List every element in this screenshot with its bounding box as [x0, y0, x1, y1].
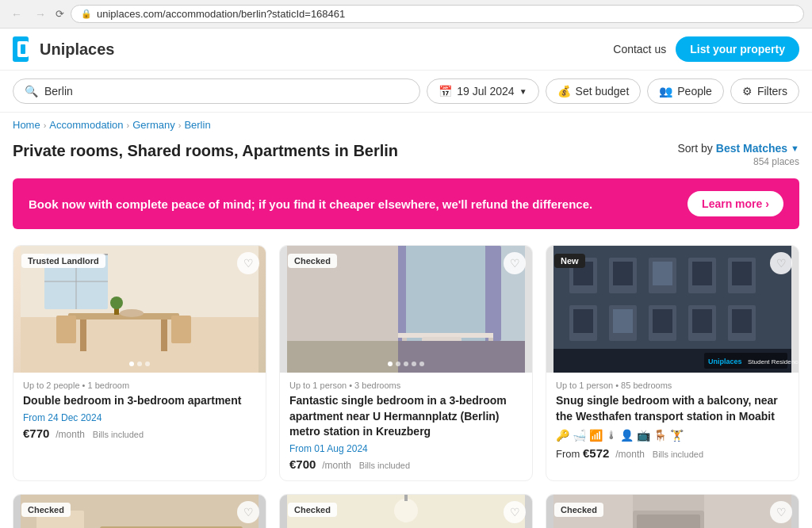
svg-rect-39	[692, 262, 712, 285]
chevron-down-icon: ▼	[519, 87, 527, 96]
people-filter-button[interactable]: 👥 People	[647, 78, 724, 104]
listing-card-5[interactable]: Checked ♡	[279, 494, 533, 528]
site-header: Uniplaces Contact us List your property	[0, 29, 812, 71]
card-badge-6: Checked	[554, 503, 603, 517]
dot-3	[145, 362, 150, 366]
learn-more-button[interactable]: Learn more ›	[688, 191, 783, 216]
learn-more-label: Learn more	[702, 197, 762, 210]
card-date-1: From 24 Dec 2024	[23, 412, 256, 423]
card-image-3: Uniplaces Student Residences New ♡	[546, 246, 799, 373]
browser-chrome: ← → ⟳ 🔒 uniplaces.com/accommodation/berl…	[0, 0, 812, 29]
search-input[interactable]	[44, 85, 408, 98]
breadcrumb-accommodation[interactable]: Accommodation	[49, 119, 123, 131]
svg-rect-73	[637, 515, 700, 528]
listing-card-1[interactable]: Trusted Landlord ♡ Up to 2 people • 1 be…	[13, 245, 266, 481]
amenity-tv-icon: 📺	[637, 429, 650, 442]
listing-card-3[interactable]: Uniplaces Student Residences New ♡ Up to…	[546, 245, 799, 481]
card-image-5: Checked ♡	[280, 495, 532, 528]
card-title-2: Fantastic single bedroom in a 3-bedroom …	[289, 393, 523, 440]
logo-area: Uniplaces	[13, 36, 114, 62]
card-date-2: From 01 Aug 2024	[289, 443, 523, 454]
svg-rect-13	[171, 316, 191, 343]
breadcrumb-sep-2: ›	[127, 121, 130, 130]
listing-card-4[interactable]: Checked ♡	[13, 494, 266, 528]
sort-count: 854 places	[753, 156, 799, 167]
card-badge-1: Trusted Landlord	[21, 254, 105, 268]
card-badge-3: New	[554, 254, 585, 268]
svg-point-68	[394, 499, 418, 522]
card-price-value-3: €572	[583, 446, 609, 460]
date-filter-button[interactable]: 📅 19 Jul 2024 ▼	[427, 78, 538, 104]
learn-more-arrow-icon: ›	[765, 197, 769, 210]
card-meta-2: Up to 1 person • 3 bedrooms	[289, 381, 523, 390]
budget-label: Set budget	[576, 85, 630, 98]
dot2-1	[388, 362, 393, 366]
card-price-1: €770 /month Bills included	[23, 427, 256, 440]
amenity-person-icon: 👤	[620, 429, 634, 442]
amenity-key-icon: 🔑	[556, 429, 569, 442]
card-price-value-2: €700	[289, 457, 316, 471]
contact-link[interactable]: Contact us	[613, 43, 666, 55]
card-bills-2: Bills included	[359, 461, 410, 470]
amenity-wifi-icon: 📶	[589, 429, 603, 442]
sort-label[interactable]: Sort by Best Matches ▼	[677, 142, 799, 155]
card-badge-4: Checked	[21, 503, 71, 517]
card-title-3: Snug single bedroom with a balcony, near…	[556, 393, 789, 424]
header-right: Contact us List your property	[613, 36, 799, 62]
amenity-gym-icon: 🏋	[670, 429, 684, 442]
amenity-chair-icon: 🪑	[653, 429, 667, 442]
url-bar: 🔒 uniplaces.com/accommodation/berlin?sta…	[71, 5, 804, 23]
breadcrumb-home[interactable]: Home	[13, 119, 40, 131]
favorite-button-6[interactable]: ♡	[770, 501, 792, 523]
card-price-3: From €572 /month Bills included	[556, 446, 789, 460]
svg-rect-11	[161, 319, 167, 351]
search-bar: 🔍 📅 19 Jul 2024 ▼ 💰 Set budget 👥 People …	[0, 71, 812, 113]
card-price-2: €700 /month Bills included	[289, 457, 523, 471]
breadcrumb-berlin[interactable]: Berlin	[184, 119, 210, 131]
listings-grid: Trusted Landlord ♡ Up to 2 people • 1 be…	[0, 237, 812, 528]
svg-rect-43	[573, 309, 593, 333]
card-badge-2: Checked	[288, 254, 337, 268]
card-price-unit-2: /month	[322, 460, 351, 471]
refresh-button[interactable]: ⟳	[56, 8, 64, 20]
card-bills-3: Bills included	[653, 450, 703, 459]
people-icon: 👥	[659, 85, 672, 98]
filters-button[interactable]: ⚙ Filters	[730, 78, 799, 104]
search-icon: 🔍	[25, 85, 38, 98]
budget-icon: 💰	[557, 85, 571, 98]
promo-banner: Book now with complete peace of mind; if…	[13, 178, 799, 229]
listing-card-6[interactable]: Checked ♡	[546, 494, 799, 528]
dot-2	[137, 362, 142, 366]
dot2-4	[412, 362, 416, 366]
svg-rect-41	[732, 262, 752, 285]
back-button[interactable]: ←	[8, 6, 25, 22]
svg-point-15	[110, 297, 123, 309]
page-title: Private rooms, Shared rooms, Apartments …	[13, 142, 398, 160]
dot-1	[129, 362, 134, 366]
favorite-button-4[interactable]: ♡	[237, 501, 259, 523]
svg-rect-12	[56, 316, 76, 343]
svg-rect-51	[732, 309, 752, 333]
promo-text: Book now with complete peace of mind; if…	[29, 197, 592, 211]
dot2-2	[396, 362, 400, 366]
filters-label: Filters	[757, 85, 787, 98]
svg-rect-69	[404, 495, 408, 501]
list-property-button[interactable]: List your property	[676, 36, 799, 62]
people-label: People	[677, 85, 712, 98]
dot2-5	[419, 362, 424, 366]
card-image-6: Checked ♡	[546, 495, 799, 528]
forward-button[interactable]: →	[32, 6, 49, 22]
card-meta-1: Up to 2 people • 1 bedroom	[23, 381, 256, 390]
svg-rect-49	[692, 309, 712, 333]
favorite-button-5[interactable]: ♡	[504, 501, 526, 523]
favorite-button-1[interactable]: ♡	[237, 252, 259, 274]
svg-rect-22	[485, 246, 501, 341]
listing-card-2[interactable]: Checked ♡ Up to 1 person • 3 bedrooms Fa…	[279, 245, 533, 481]
breadcrumb-germany[interactable]: Germany	[132, 119, 174, 131]
budget-filter-button[interactable]: 💰 Set budget	[546, 78, 642, 104]
card-price-prefix-3: From	[556, 448, 583, 460]
favorite-button-2[interactable]: ♡	[504, 252, 526, 274]
sort-chevron-icon: ▼	[791, 143, 799, 153]
svg-rect-29	[287, 341, 398, 373]
favorite-button-3[interactable]: ♡	[770, 252, 792, 274]
